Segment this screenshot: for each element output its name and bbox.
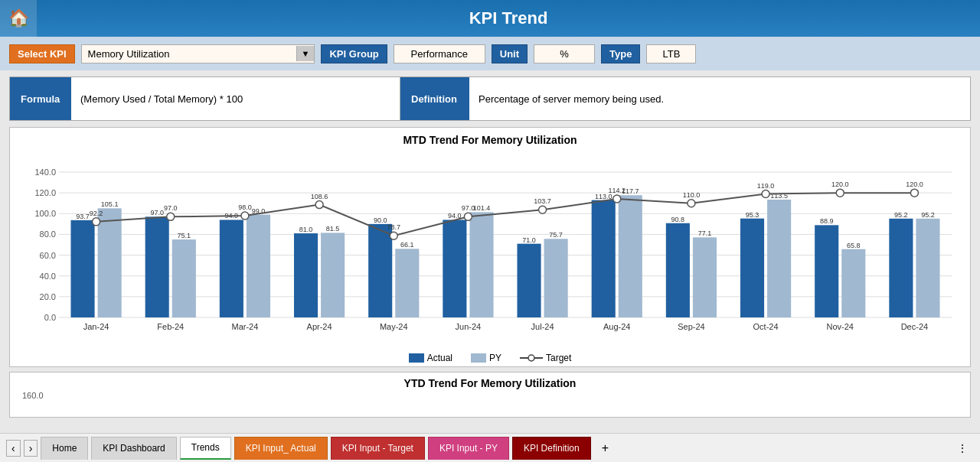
svg-text:Jan-24: Jan-24 [83,322,109,331]
tab-prev-button[interactable]: ‹ [6,440,21,457]
svg-text:81.0: 81.0 [299,226,313,233]
definition-section: Definition Percentage of server memory b… [400,77,970,120]
svg-text:105.1: 105.1 [101,200,119,208]
svg-point-88 [539,206,547,213]
kpi-dropdown-arrow[interactable]: ▼ [296,46,315,61]
svg-text:119.0: 119.0 [757,182,775,190]
svg-point-94 [762,190,769,198]
legend-py-label: PY [489,353,501,363]
svg-rect-46 [517,244,541,317]
svg-text:120.0: 120.0 [34,188,56,197]
type-value: LTB [646,44,696,63]
tab-kpi-input-actual[interactable]: KPI Input_ Actual [234,437,328,460]
tab-kpi-definition[interactable]: KPI Definition [512,437,591,460]
unit-label: Unit [492,44,528,63]
svg-text:140.0: 140.0 [34,168,56,177]
svg-rect-51 [592,200,616,317]
select-kpi-label: Select KPI [9,44,75,63]
mtd-chart-container: MTD Trend For Memory Utilization 0.020.0… [9,127,971,367]
svg-text:95.2: 95.2 [894,211,908,219]
page-title: KPI Trend [37,8,980,28]
info-row: Formula (Memory Used / Total Memory) * 1… [9,76,971,121]
svg-text:97.0: 97.0 [462,204,475,212]
svg-rect-56 [666,223,690,317]
svg-text:88.9: 88.9 [820,217,834,225]
svg-text:Aug-24: Aug-24 [603,322,630,331]
svg-rect-71 [889,219,913,317]
svg-rect-31 [294,233,318,317]
tab-add-button[interactable]: + [594,438,616,459]
svg-rect-18 [98,208,122,317]
legend-target: Target [520,353,571,363]
tab-next-button[interactable]: › [24,440,38,457]
tab-kpi-input-target[interactable]: KPI Input - Target [331,437,425,460]
legend-target-icon [520,353,543,363]
svg-text:103.7: 103.7 [534,197,551,205]
svg-rect-21 [145,216,169,317]
svg-text:Jul-24: Jul-24 [531,322,554,331]
svg-text:81.5: 81.5 [326,225,340,233]
svg-text:Feb-24: Feb-24 [157,322,184,331]
tab-trends[interactable]: Trends [180,437,231,460]
svg-text:120.0: 120.0 [906,181,923,188]
svg-text:97.0: 97.0 [150,209,164,216]
tab-kpi-input-py[interactable]: KPI Input - PY [428,437,509,460]
svg-text:66.1: 66.1 [400,241,414,249]
svg-text:92.2: 92.2 [90,210,103,217]
chart-legend: Actual PY Target [22,353,958,363]
svg-rect-33 [321,233,345,317]
svg-text:20.0: 20.0 [40,292,56,301]
kpi-group-label: KPI Group [321,44,387,63]
svg-text:Apr-24: Apr-24 [307,322,332,331]
svg-rect-58 [693,237,717,317]
mtd-chart-svg-element: 0.020.040.060.080.0100.0120.0140.0 93.71… [22,149,959,348]
svg-point-98 [910,189,918,197]
kpi-select-wrap[interactable]: ▼ [81,44,315,63]
svg-text:May-24: May-24 [380,322,408,331]
svg-text:75.1: 75.1 [178,232,191,239]
svg-rect-43 [469,212,493,317]
legend-py: PY [471,353,501,363]
svg-text:75.7: 75.7 [549,231,563,239]
svg-text:93.7: 93.7 [76,213,90,220]
svg-rect-36 [368,224,392,317]
svg-rect-73 [916,219,939,317]
svg-point-90 [613,195,621,203]
svg-rect-48 [544,239,568,317]
svg-point-82 [315,201,323,209]
home-icon[interactable]: 🏠 [0,0,37,37]
svg-point-78 [167,213,175,220]
svg-point-101 [528,355,534,361]
svg-rect-16 [70,220,94,317]
mtd-chart-title: MTD Trend For Memory Utilization [22,134,958,146]
svg-text:Oct-24: Oct-24 [753,322,779,331]
svg-text:95.3: 95.3 [746,211,760,219]
ytd-section: YTD Trend For Memory Utilization 160.0 [9,372,971,418]
svg-rect-68 [841,249,865,317]
svg-text:Sep-24: Sep-24 [678,322,704,331]
tab-bar: ‹ › Home KPI Dashboard Trends KPI Input_… [0,433,980,462]
svg-text:60.0: 60.0 [40,251,56,260]
svg-rect-63 [767,200,791,317]
tab-more-button[interactable]: ⋮ [951,438,974,458]
svg-rect-38 [395,249,419,317]
svg-text:Dec-24: Dec-24 [901,322,928,331]
tab-home[interactable]: Home [41,437,88,460]
svg-text:80.0: 80.0 [40,229,56,239]
svg-text:101.4: 101.4 [473,204,491,212]
tab-kpi-dashboard[interactable]: KPI Dashboard [91,437,176,460]
definition-text: Percentage of server memory being used. [469,77,970,120]
svg-text:108.6: 108.6 [311,193,328,200]
type-label: Type [601,44,640,63]
formula-section: Formula (Memory Used / Total Memory) * 1… [10,77,400,120]
legend-actual: Actual [409,353,452,363]
svg-text:Mar-24: Mar-24 [231,322,258,331]
svg-rect-66 [815,225,838,317]
svg-text:Nov-24: Nov-24 [827,322,854,331]
controls-row: Select KPI ▼ KPI Group Performance Unit … [0,37,980,70]
svg-text:98.0: 98.0 [238,203,252,211]
legend-py-box [471,353,486,363]
svg-rect-23 [172,239,196,317]
kpi-select-input[interactable] [82,45,296,63]
legend-actual-label: Actual [427,353,452,363]
